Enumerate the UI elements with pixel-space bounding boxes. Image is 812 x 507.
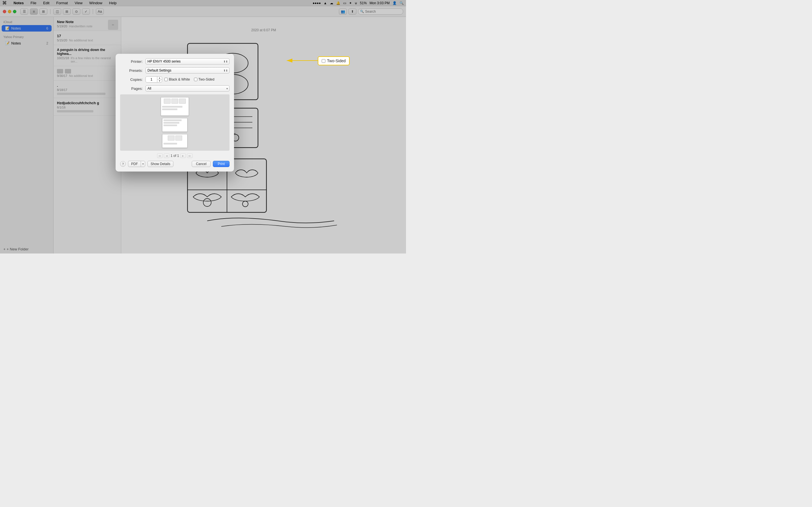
presets-row: Presets: Default Settings ⬆⬇ (120, 67, 230, 73)
presets-select[interactable]: Default Settings (146, 67, 230, 73)
bw-checkbox-group: Black & White Two-Sided (164, 77, 214, 81)
preview-page-3 (162, 134, 188, 148)
pages-select[interactable]: All (146, 86, 230, 92)
pdf-button[interactable]: PDF (128, 161, 141, 167)
preview-line-5 (163, 124, 177, 126)
print-dialog: Printer: HP ENVY 4500 series ⬆⬇ Presets:… (116, 54, 234, 172)
preview-lines-1 (161, 105, 189, 111)
preview-thumbs-3 (162, 134, 187, 142)
help-button[interactable]: ? (120, 161, 126, 167)
copies-label: Copies: (120, 77, 143, 82)
preview-thumb-4 (168, 135, 174, 140)
presets-select-wrapper[interactable]: Default Settings ⬆⬇ (146, 67, 230, 73)
last-page-button[interactable]: ⏭ (187, 154, 193, 158)
bw-label-text: Black & White (169, 77, 190, 81)
copies-row: Copies: ▲ ▼ Black & White (120, 76, 230, 82)
copies-decrement[interactable]: ▼ (157, 80, 162, 83)
callout-arrow-svg (284, 55, 329, 77)
printer-select[interactable]: HP ENVY 4500 series (146, 58, 230, 64)
page-controls: ⏮ ◀ 1 of 1 ▶ ⏭ (120, 154, 230, 158)
presets-control: Default Settings ⬆⬇ (146, 67, 230, 73)
pages-row: Pages: All ▾ (120, 86, 230, 92)
dialog-buttons: ? PDF ▾ Show Details Cancel Print (120, 161, 230, 167)
printer-control: HP ENVY 4500 series ⬆⬇ (146, 58, 230, 64)
bw-checkbox[interactable] (164, 78, 168, 81)
preview-lines-2 (162, 118, 187, 127)
page-info: 1 of 1 (170, 154, 179, 158)
preview-line-3 (163, 119, 182, 121)
two-sided-checkbox[interactable] (194, 78, 197, 81)
pdf-btn-wrapper: PDF ▾ (128, 161, 145, 167)
two-sided-callout: Two-Sided (318, 56, 350, 65)
two-sided-checkbox-label[interactable]: Two-Sided (194, 77, 214, 81)
prev-page-button[interactable]: ◀ (164, 154, 169, 158)
print-preview (120, 94, 230, 151)
preview-line-4 (163, 122, 179, 124)
preview-line-6 (163, 143, 177, 145)
copies-input-wrapper: ▲ ▼ (146, 76, 162, 82)
cancel-button[interactable]: Cancel (192, 161, 211, 167)
preview-lines-3 (162, 142, 187, 146)
preview-thumb-5 (175, 135, 182, 140)
preview-thumbs-1 (161, 98, 189, 105)
presets-label: Presets: (120, 68, 143, 73)
preview-page-2 (162, 118, 188, 132)
printer-row: Printer: HP ENVY 4500 series ⬆⬇ (120, 58, 230, 64)
first-page-button[interactable]: ⏮ (157, 154, 163, 158)
print-button[interactable]: Print (213, 161, 230, 167)
printer-label: Printer: (120, 59, 143, 64)
pages-label: Pages: (120, 87, 143, 91)
preview-line-2 (162, 108, 177, 110)
bw-checkbox-label[interactable]: Black & White (164, 77, 190, 81)
dialog-overlay[interactable]: Printer: HP ENVY 4500 series ⬆⬇ Presets:… (0, 0, 406, 253)
show-details-button[interactable]: Show Details (147, 161, 173, 167)
preview-line-1 (162, 106, 183, 108)
pdf-dropdown-button[interactable]: ▾ (141, 161, 145, 167)
copies-control: ▲ ▼ Black & White Two-Sided (146, 76, 230, 82)
pages-control: All ▾ (146, 86, 230, 92)
preview-thumb-1 (164, 99, 170, 104)
two-sided-wrapper: Two-Sided (194, 77, 214, 81)
preview-thumb-2 (171, 99, 178, 104)
next-page-button[interactable]: ▶ (180, 154, 186, 158)
copies-increment[interactable]: ▲ (157, 76, 162, 80)
callout-two-sided-label: Two-Sided (327, 59, 346, 63)
printer-select-wrapper[interactable]: HP ENVY 4500 series ⬆⬇ (146, 58, 230, 64)
preview-page-1 (161, 97, 189, 116)
preview-thumb-3 (179, 99, 186, 104)
copies-stepper[interactable]: ▲ ▼ (157, 76, 162, 82)
two-sided-label-text: Two-Sided (199, 77, 214, 81)
copies-input[interactable] (146, 77, 157, 81)
pages-select-wrapper[interactable]: All ▾ (146, 86, 230, 92)
